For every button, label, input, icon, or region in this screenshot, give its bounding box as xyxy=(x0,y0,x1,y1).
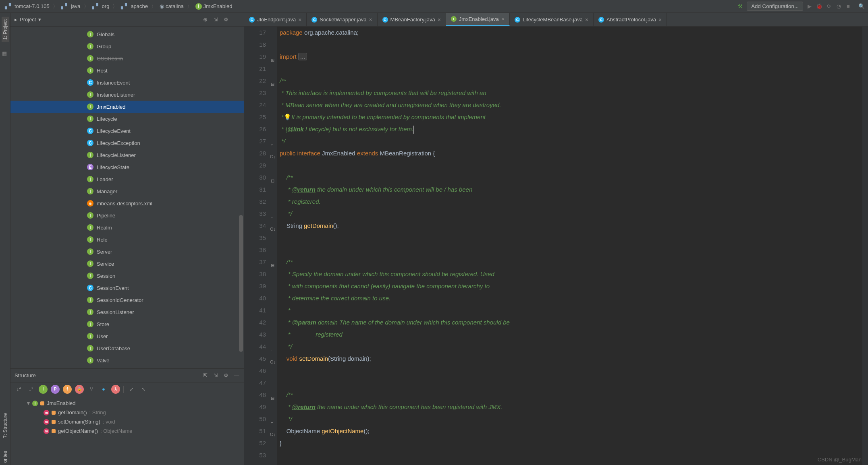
profiler-icon[interactable]: ◔ xyxy=(835,3,842,10)
structure-method[interactable]: msetDomain(String): void xyxy=(15,417,240,426)
code-line[interactable]: /** xyxy=(280,75,862,87)
code-line[interactable] xyxy=(280,39,862,51)
sort-alpha-icon[interactable]: ↓ᴬ xyxy=(15,385,23,394)
stop-icon[interactable]: ■ xyxy=(845,3,851,10)
code-line[interactable]: * This interface is implemented by compo… xyxy=(280,87,862,99)
breadcrumb-item[interactable]: ▖▘apache xyxy=(119,2,150,10)
show-interfaces-icon[interactable]: I xyxy=(39,385,48,394)
fold-end-icon[interactable]: ⌐ xyxy=(271,416,273,428)
show-locked-icon[interactable]: 🔒 xyxy=(75,385,84,394)
structure-method[interactable]: mgetDomain(): String xyxy=(15,408,240,417)
editor-tab[interactable]: CJIoEndpoint.java× xyxy=(244,13,307,26)
collapse-all-icon[interactable]: ⇲ xyxy=(212,372,219,379)
breadcrumb-item[interactable]: ◉catalina xyxy=(158,2,185,10)
gear-icon[interactable]: ⚙ xyxy=(223,17,229,23)
tree-item[interactable]: IManager xyxy=(10,185,244,197)
code-line[interactable]: */ xyxy=(280,413,862,425)
show-anonymous-icon[interactable]: ● xyxy=(99,385,108,394)
fold-collapse-icon[interactable]: ⊟ xyxy=(271,175,274,187)
tree-item[interactable]: ISessionIdGenerator xyxy=(10,294,244,306)
autoscroll-source-icon[interactable]: ⤢ xyxy=(127,385,136,394)
gear-icon[interactable]: ⚙ xyxy=(223,372,229,379)
tree-item[interactable]: ILifecycle xyxy=(10,113,244,125)
fold-end-icon[interactable]: ⌐ xyxy=(271,344,273,356)
tree-item[interactable]: ILoader xyxy=(10,173,244,185)
fold-collapse-icon[interactable]: ⊟ xyxy=(271,392,274,404)
code-line[interactable]: String getDomain(); xyxy=(280,220,862,232)
code-line[interactable]: * @return the name under which this comp… xyxy=(280,401,862,413)
expand-icon[interactable]: ⇲ xyxy=(212,17,219,23)
marker-strip[interactable] xyxy=(862,27,868,465)
project-tree-scroll[interactable]: IGlobalsIGroupIGSSRealmIHostCInstanceEve… xyxy=(10,27,244,368)
override-icon[interactable]: O↓ xyxy=(270,223,276,235)
tree-item[interactable]: IStore xyxy=(10,318,244,330)
fold-collapse-icon[interactable]: ⊟ xyxy=(271,259,274,271)
sort-visibility-icon[interactable]: ↓ᶻ xyxy=(27,385,35,394)
debug-icon[interactable]: 🐞 xyxy=(816,3,822,10)
tree-item[interactable]: IGlobals xyxy=(10,28,244,40)
project-tool-tab[interactable]: 1: Project xyxy=(2,17,9,42)
tree-item[interactable]: IGroup xyxy=(10,40,244,52)
fold-collapse-icon[interactable]: ⊟ xyxy=(271,78,274,90)
tree-item[interactable]: IJmxEnabled xyxy=(10,101,244,113)
tree-item[interactable]: IGSSRealm xyxy=(10,52,244,64)
code-line[interactable]: */ xyxy=(280,208,862,220)
code-line[interactable] xyxy=(280,232,862,244)
structure-method[interactable]: mgetObjectName(): ObjectName xyxy=(15,426,240,436)
code-line[interactable] xyxy=(280,63,862,75)
code-line[interactable]: */ xyxy=(280,341,862,353)
tree-item[interactable]: IRealm xyxy=(10,221,244,234)
editor-tab[interactable]: CAbstractProtocol.java× xyxy=(594,13,667,26)
breadcrumb-item[interactable]: ▖▘java xyxy=(60,2,82,10)
code-line[interactable]: */ xyxy=(280,135,862,147)
code-line[interactable]: public interface JmxEnabled extends MBea… xyxy=(280,147,862,159)
code-line[interactable]: * Specify the domain under which this co… xyxy=(280,268,862,280)
tree-item[interactable]: CLifecycleException xyxy=(10,137,244,149)
editor-tab[interactable]: IJmxEnabled.java× xyxy=(446,13,510,26)
tree-item[interactable]: ILifecycleListener xyxy=(10,149,244,161)
fold-expand-icon[interactable]: ⊞ xyxy=(271,54,274,66)
add-configuration-button[interactable]: Add Configuration... xyxy=(747,2,803,11)
tree-item[interactable]: IServer xyxy=(10,246,244,258)
close-icon[interactable]: × xyxy=(298,17,301,23)
code-line[interactable]: } xyxy=(280,437,862,449)
editor-body[interactable]: 1718192122232425262728293031323334353637… xyxy=(244,27,868,465)
run-icon[interactable]: ▶ xyxy=(806,3,813,10)
code-line[interactable] xyxy=(280,365,862,377)
fold-strip[interactable]: ⊞⊟⌐O↓⊟⌐O↓⊟⌐O↓⊟⌐O↓ xyxy=(270,27,277,465)
code-line[interactable]: package org.apache.catalina; xyxy=(280,27,862,39)
autoscroll-from-icon[interactable]: ⤡ xyxy=(139,385,148,394)
override-icon[interactable]: O↓ xyxy=(270,356,276,368)
close-icon[interactable]: × xyxy=(438,17,441,23)
breadcrumb-item[interactable]: ▖▘org xyxy=(91,2,111,10)
structure-tool-tab[interactable]: 7: Structure xyxy=(2,411,9,440)
override-icon[interactable]: O↓ xyxy=(270,151,276,163)
close-icon[interactable]: × xyxy=(658,17,662,23)
code-line[interactable]: * registered. xyxy=(280,196,862,208)
tree-item[interactable]: ELifecycleState xyxy=(10,161,244,173)
tree-item[interactable]: CInstanceEvent xyxy=(10,76,244,89)
code-line[interactable]: ObjectName getObjectName(); xyxy=(280,425,862,437)
close-icon[interactable]: × xyxy=(369,17,372,23)
fold-end-icon[interactable]: ⌐ xyxy=(271,138,273,151)
code-line[interactable]: * with components that cannot (easily) n… xyxy=(280,280,862,292)
tree-item[interactable]: IUser xyxy=(10,330,244,342)
editor-tab[interactable]: CLifecycleMBeanBase.java× xyxy=(510,13,594,26)
code-line[interactable] xyxy=(280,244,862,256)
editor-tab[interactable]: CMBeanFactory.java× xyxy=(378,13,446,26)
tree-item[interactable]: IRole xyxy=(10,234,244,246)
tree-item[interactable]: IService xyxy=(10,258,244,270)
tree-item[interactable]: IValve xyxy=(10,354,244,366)
code-line[interactable]: * @return the domain under which this co… xyxy=(280,184,862,196)
show-properties-icon[interactable]: P xyxy=(51,385,60,394)
code-line[interactable]: * determine the correct domain to use. xyxy=(280,292,862,304)
tree-item[interactable]: IUserDatabase xyxy=(10,342,244,354)
close-icon[interactable]: × xyxy=(585,17,588,23)
breadcrumb-item[interactable]: IJmxEnabled xyxy=(194,2,234,10)
code-line[interactable] xyxy=(280,377,862,389)
code-line[interactable]: import ... xyxy=(280,51,862,63)
tree-item[interactable]: IInstanceListener xyxy=(10,89,244,101)
code-line[interactable]: /** xyxy=(280,256,862,268)
scrollbar-thumb[interactable] xyxy=(239,215,243,352)
project-panel-title[interactable]: ▸ Project ▾ xyxy=(15,17,41,23)
